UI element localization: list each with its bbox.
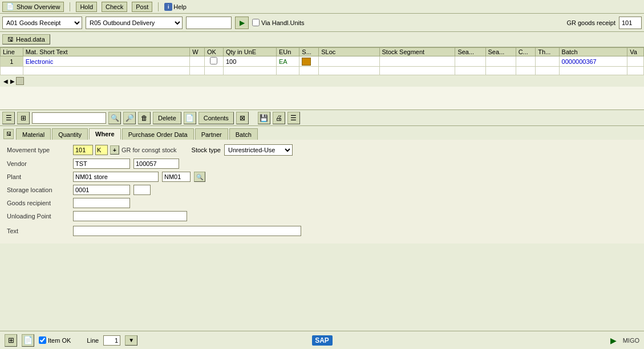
- row-va: [627, 56, 644, 67]
- plant-code-input[interactable]: [162, 172, 191, 182]
- text-input[interactable]: [73, 226, 301, 236]
- goods-recipient-input[interactable]: [73, 198, 130, 208]
- show-overview-label: Show Overview: [17, 3, 60, 10]
- scroll-indicator[interactable]: [16, 77, 24, 85]
- detail-button[interactable]: ⊞: [17, 112, 30, 124]
- search-input[interactable]: [32, 112, 106, 124]
- check-button[interactable]: Check: [102, 2, 127, 12]
- page-icon: 📄: [6, 3, 14, 10]
- delete-button[interactable]: Delete: [153, 112, 181, 124]
- help-icon: i: [164, 3, 172, 11]
- storage-location-row: Storage location: [7, 185, 637, 195]
- plant-row: Plant 🔍: [7, 172, 637, 182]
- table-scroll-row: ◀ ▶: [0, 75, 644, 87]
- tab-purchase-order-data[interactable]: Purchase Order Data: [122, 128, 194, 140]
- storage-location-label: Storage location: [7, 186, 70, 193]
- row-ok-cell[interactable]: [204, 56, 223, 67]
- vendor-input[interactable]: [73, 159, 130, 169]
- gr-input[interactable]: [619, 17, 642, 29]
- save-icon-btn[interactable]: 💾: [258, 112, 270, 124]
- col-qty: Qty in UnE: [223, 48, 276, 56]
- line-label: Line: [87, 337, 99, 344]
- hold-button[interactable]: Hold: [76, 2, 97, 12]
- bottom-status-bar: ⊞ 📄 Item OK Line ▼ SAP ▶ MIGO: [0, 331, 644, 349]
- show-overview-button[interactable]: 📄 Show Overview: [2, 2, 64, 12]
- help-button[interactable]: i Help: [164, 3, 187, 11]
- head-data-label: Head.data: [16, 36, 45, 43]
- search-btn1[interactable]: 🔍: [108, 112, 121, 124]
- goods-recipient-row: Goods recipient: [7, 198, 637, 208]
- post-button[interactable]: Post: [132, 2, 152, 12]
- tab-quantity[interactable]: Quantity: [52, 128, 88, 140]
- status-icon-btn2[interactable]: 📄: [22, 334, 34, 347]
- tab-batch[interactable]: Batch: [229, 128, 258, 140]
- col-line: Line: [1, 48, 23, 56]
- row-mat-text[interactable]: Electronic: [23, 56, 189, 67]
- reference-input[interactable]: [186, 17, 232, 29]
- scroll-right-arrow[interactable]: ▶: [10, 78, 15, 84]
- reference-dropdown[interactable]: R05 Outbound Delivery: [86, 17, 183, 29]
- item-ok-checkbox[interactable]: [39, 336, 46, 344]
- layout-icon-btn[interactable]: ☰: [287, 112, 300, 124]
- row-ok-checkbox[interactable]: [210, 57, 217, 64]
- sap-logo: SAP: [312, 335, 333, 346]
- item-ok-label[interactable]: Item OK: [39, 336, 71, 344]
- transaction-dropdown[interactable]: A01 Goods Receipt: [2, 17, 82, 29]
- storage-location-input[interactable]: [73, 185, 130, 195]
- tab-where[interactable]: Where: [89, 128, 121, 140]
- unloading-point-label: Unloading Point: [7, 213, 70, 220]
- expand-btn[interactable]: ⊠: [236, 112, 249, 124]
- via-handl-units-label[interactable]: Via Handl.Units: [252, 19, 305, 26]
- movement-type-row: Movement type + GR for consgt stock Stoc…: [7, 144, 637, 156]
- items-table: Line Mat. Short Text W OK Qty in UnE EUn…: [0, 47, 644, 75]
- play-button[interactable]: ▶: [610, 336, 617, 345]
- text-row: Text: [7, 226, 637, 236]
- plant-search-button[interactable]: 🔍: [194, 172, 205, 182]
- tab-quantity-label: Quantity: [58, 131, 82, 138]
- col-mat-short-text: Mat. Short Text: [23, 48, 189, 56]
- delete-icon-btn[interactable]: 🗑: [138, 112, 151, 124]
- movement-type-input[interactable]: [73, 145, 93, 155]
- detail-tabs-wrapper: 🖫 Material Quantity Where Purchase Order…: [0, 126, 644, 244]
- add-row-button[interactable]: ☰: [2, 112, 15, 124]
- movement-k-input[interactable]: [95, 145, 108, 155]
- table-row: 1 Electronic 100 EA 0000000367: [1, 56, 644, 67]
- gr-goods-receipt-label: GR goods receipt: [566, 19, 615, 26]
- document-icon-btn[interactable]: 📄: [184, 112, 196, 124]
- go-button[interactable]: ▶: [235, 17, 249, 29]
- line-number-input[interactable]: [103, 335, 120, 346]
- where-tab-content: Movement type + GR for consgt stock Stoc…: [0, 140, 644, 244]
- head-data-button[interactable]: 🖫 Head.data: [2, 34, 50, 44]
- contents-button[interactable]: Contents: [199, 112, 234, 124]
- search-btn2[interactable]: 🔎: [123, 112, 136, 124]
- stock-type-area: Stock type Unrestricted-Use Quality Insp…: [192, 144, 293, 156]
- execute-icon: ▶: [240, 19, 245, 27]
- collapse-icon: 🖫: [6, 131, 11, 137]
- print-icon-btn[interactable]: 🖨: [273, 112, 285, 124]
- storage-extra-input[interactable]: [133, 185, 151, 195]
- plant-name-input[interactable]: [73, 172, 159, 182]
- row-c: [516, 56, 536, 67]
- tab-material[interactable]: Material: [16, 128, 51, 140]
- expand-icon: ⊠: [240, 114, 245, 122]
- row-sloc: [319, 56, 379, 67]
- tab-purchase-order-label: Purchase Order Data: [128, 131, 188, 138]
- collapse-btn[interactable]: 🖫: [3, 129, 14, 139]
- col-eun: EUn: [276, 48, 299, 56]
- mat-text-link[interactable]: Electronic: [26, 58, 53, 65]
- plus-button[interactable]: +: [110, 145, 119, 155]
- status-icon-btn1[interactable]: ⊞: [5, 334, 17, 347]
- col-w: W: [190, 48, 205, 56]
- doc-icon: 📄: [185, 114, 194, 122]
- via-handl-units-checkbox[interactable]: [252, 19, 260, 26]
- col-va: Va: [627, 48, 644, 56]
- scroll-left-arrow[interactable]: ◀: [3, 78, 8, 84]
- movement-type-label: Movement type: [7, 147, 70, 153]
- vendor-num-input[interactable]: [133, 159, 179, 169]
- line-nav-button[interactable]: ▼: [125, 335, 137, 346]
- storage-icon[interactable]: [302, 58, 311, 66]
- tab-partner[interactable]: Partner: [195, 128, 228, 140]
- stock-type-select[interactable]: Unrestricted-Use Quality Inspection Bloc…: [224, 144, 293, 156]
- unloading-point-input[interactable]: [73, 211, 187, 221]
- col-c: C...: [516, 48, 536, 56]
